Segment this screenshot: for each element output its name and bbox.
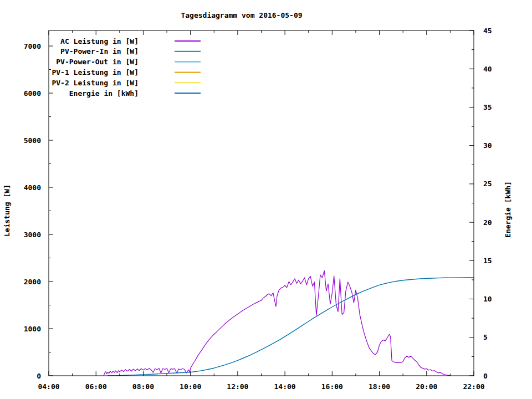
chart-canvas: Tagesdiagramm vom 2016-05-09 Leistung [W… xyxy=(0,0,532,399)
y2-tick-label: 15 xyxy=(483,257,492,265)
y-tick-labels: 01000200030004000500060007000 xyxy=(24,42,41,380)
legend-label: AC Leistung in [W] xyxy=(60,37,139,45)
y2-tick-label: 35 xyxy=(483,103,492,111)
y-tick-label: 5000 xyxy=(24,136,41,145)
x-tick-label: 22:00 xyxy=(463,382,484,391)
y2-tick-label: 5 xyxy=(483,333,488,341)
y2-tick-label: 40 xyxy=(483,65,492,73)
legend-label: Energie in [kWh] xyxy=(69,89,139,98)
y-tick-label: 4000 xyxy=(24,183,41,192)
series-line-ac-leistung-in-w xyxy=(104,271,450,376)
y-tick-label: 2000 xyxy=(24,278,41,286)
y-axis-label: Leistung [W] xyxy=(3,185,11,237)
y2-tick-labels: 051015202530354045 xyxy=(483,27,492,380)
legend-label: PV-2 Leistung in [W] xyxy=(52,79,139,87)
x-tick-label: 14:00 xyxy=(274,382,296,391)
x-tick-label: 12:00 xyxy=(227,382,248,391)
x-tick-label: 08:00 xyxy=(132,382,154,391)
x-tick-label: 06:00 xyxy=(85,382,107,391)
y2-tick-label: 0 xyxy=(483,372,488,380)
y-tick-label: 1000 xyxy=(24,325,41,333)
y2-tick-label: 25 xyxy=(483,180,492,188)
legend-label: PV-Power-In in [W] xyxy=(60,47,139,55)
x-tick-label: 04:00 xyxy=(38,382,59,391)
daily-pv-chart: Tagesdiagramm vom 2016-05-09 Leistung [W… xyxy=(0,0,532,399)
y-tick-label: 3000 xyxy=(24,231,41,239)
x-tick-label: 10:00 xyxy=(180,382,201,391)
x-tick-labels: 04:0006:0008:0010:0012:0014:0016:0018:00… xyxy=(38,382,484,391)
series-lines xyxy=(104,271,474,376)
y2-tick-label: 45 xyxy=(483,27,492,35)
x-tick-label: 18:00 xyxy=(369,382,390,391)
y-tick-label: 0 xyxy=(37,372,41,380)
y2-tick-label: 20 xyxy=(483,218,492,227)
series-line-energie-in-kwh xyxy=(108,278,474,376)
y-tick-label: 6000 xyxy=(24,89,41,98)
y-axis-ticks xyxy=(49,46,53,376)
legend: AC Leistung in [W]PV-Power-In in [W]PV-P… xyxy=(52,37,201,98)
y2-tick-label: 30 xyxy=(483,141,492,150)
y2-axis-ticks xyxy=(469,30,474,376)
x-tick-label: 20:00 xyxy=(416,382,437,391)
y2-axis-label: Energie [kWh] xyxy=(504,181,512,238)
chart-title: Tagesdiagramm vom 2016-05-09 xyxy=(181,11,302,19)
legend-label: PV-Power-Out in [W] xyxy=(56,58,139,66)
legend-label: PV-1 Leistung in [W] xyxy=(52,68,139,76)
y2-tick-label: 10 xyxy=(483,295,492,303)
y-tick-label: 7000 xyxy=(24,42,41,50)
x-tick-label: 16:00 xyxy=(321,382,343,391)
